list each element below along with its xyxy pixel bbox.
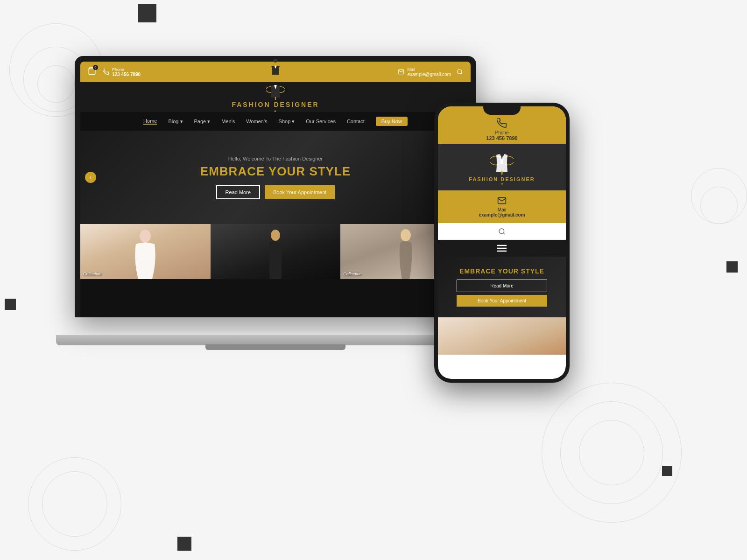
- cart-icon[interactable]: 0: [88, 67, 96, 77]
- deco-circle: [700, 187, 738, 224]
- phone-label: Phone: [112, 67, 141, 72]
- svg-point-4: [458, 70, 462, 74]
- phone-logo-icon: [488, 148, 516, 176]
- deco-square: [726, 261, 738, 273]
- cart-badge: 0: [93, 65, 98, 70]
- svg-line-5: [461, 73, 463, 75]
- phone-search-section: [438, 223, 566, 240]
- laptop-screen-bezel: 0 Phone 123 456 7890: [80, 62, 471, 317]
- hero-read-more-button[interactable]: Read More: [216, 185, 260, 199]
- logo-tuxedo-icon: [264, 81, 287, 100]
- svg-point-8: [271, 230, 280, 241]
- hero-title: EMBRACE YOUR STYLE: [200, 164, 351, 179]
- site-navigation: Home Blog ▾ Page ▾ Men's Women's Shop ▾ …: [80, 112, 471, 131]
- nav-item-womens[interactable]: Women's: [246, 119, 267, 124]
- phone-mail-label: Mail: [498, 207, 506, 212]
- svg-line-13: [503, 233, 505, 234]
- header-phone-area: 0 Phone 123 456 7890: [80, 67, 217, 77]
- search-icon[interactable]: [457, 69, 463, 75]
- phone-hamburger-section: [438, 240, 566, 257]
- phone-phone-label: Phone: [495, 130, 509, 135]
- svg-point-12: [499, 229, 504, 234]
- laptop-base: [56, 335, 495, 345]
- gallery-item-1: Collection: [80, 224, 211, 279]
- phone-device: Phone 123 456 7890 FASHIO: [434, 103, 570, 383]
- gallery-label-1: Collection: [83, 272, 102, 276]
- nav-item-blog[interactable]: Blog ▾: [168, 119, 183, 125]
- deco-circle: [579, 420, 644, 485]
- hero-title-gold: STYLE: [309, 164, 351, 178]
- brand-logo: FASHION DESIGNER ✦: [232, 81, 319, 113]
- man-silhouette: [259, 228, 292, 279]
- laptop-device: 0 Phone 123 456 7890: [75, 56, 481, 345]
- hero-title-white: EMBRACE YOUR: [200, 164, 310, 178]
- phone-gallery-preview: [438, 317, 566, 355]
- phone-number: 123 456 7890: [112, 72, 141, 77]
- svg-point-10: [401, 229, 411, 241]
- deco-circle: [37, 65, 75, 103]
- phone-brand-name: FASHION DESIGNER: [469, 176, 535, 182]
- laptop-foot: [205, 344, 345, 350]
- laptop-website: 0 Phone 123 456 7890: [80, 62, 471, 279]
- phone-search-icon[interactable]: [498, 228, 506, 235]
- gallery-item-2: [211, 224, 341, 279]
- hamburger-icon[interactable]: [497, 245, 507, 252]
- phone-logo-section: FASHION DESIGNER ✦: [438, 144, 566, 190]
- deco-square: [177, 537, 191, 551]
- deco-square: [138, 4, 156, 22]
- phone-hero-gold: STYLE: [521, 267, 544, 275]
- site-hero: ‹ Hello, Welcome To The Fashion Designer…: [80, 131, 471, 224]
- hero-subtitle: Hello, Welcome To The Fashion Designer: [228, 156, 323, 161]
- deco-circle: [42, 471, 107, 537]
- phone-icon: [103, 69, 109, 75]
- svg-rect-9: [269, 242, 282, 279]
- mail-info-wrap: Mail example@gmail.com: [398, 67, 451, 77]
- nav-item-contact[interactable]: Contact: [347, 119, 365, 124]
- phone-hero-title: EMBRACE YOUR STYLE: [459, 267, 544, 275]
- nav-item-mens[interactable]: Men's: [221, 119, 235, 124]
- phone-brand-divider: ✦: [500, 182, 504, 186]
- phone-phone-icon: [497, 118, 507, 128]
- phone-mail-icon: [497, 196, 507, 205]
- phone-mail-section: Mail example@gmail.com: [438, 190, 566, 223]
- deco-circle: [691, 168, 747, 224]
- gallery-label-3: Collection: [343, 272, 362, 276]
- phone-notch: [483, 106, 521, 115]
- mail-icon: [398, 69, 404, 75]
- nav-item-home[interactable]: Home: [143, 118, 157, 125]
- nav-item-page[interactable]: Page ▾: [194, 119, 211, 125]
- site-logo-bar: FASHION DESIGNER ✦: [80, 82, 471, 112]
- hero-buttons: Read More Book Your Appointment: [216, 185, 335, 199]
- site-gallery: Collection: [80, 224, 471, 279]
- mail-label: Mail: [407, 67, 451, 72]
- woman-silhouette: [127, 228, 164, 279]
- deco-circle: [560, 401, 663, 504]
- laptop-body: 0 Phone 123 456 7890: [75, 56, 476, 317]
- phone-info: Phone 123 456 7890: [112, 67, 141, 77]
- deco-circle: [542, 383, 682, 523]
- header-mail-area: Mail example@gmail.com: [334, 67, 471, 77]
- phone-hero: EMBRACE YOUR STYLE Read More Book Your A…: [438, 257, 566, 317]
- phone-phone-number: 123 456 7890: [486, 135, 517, 141]
- phone-brand: FASHION DESIGNER ✦: [469, 148, 535, 186]
- phone-screen: Phone 123 456 7890 FASHIO: [438, 106, 566, 379]
- hero-appointment-button[interactable]: Book Your Appointment: [265, 185, 335, 199]
- nav-buy-now-button[interactable]: Buy Now: [376, 117, 408, 126]
- deco-square: [5, 299, 16, 310]
- phone-mail-address: example@gmail.com: [479, 212, 525, 217]
- deco-circle: [28, 457, 121, 551]
- laptop-camera: [274, 59, 277, 63]
- nav-item-shop[interactable]: Shop ▾: [279, 119, 295, 125]
- site-header-top: 0 Phone 123 456 7890: [80, 62, 471, 82]
- header-logo-inline: [217, 63, 334, 80]
- brand-name-text: FASHION DESIGNER: [232, 101, 319, 108]
- mail-info: Mail example@gmail.com: [407, 67, 451, 77]
- phone-hero-white: EMBRACE YOUR: [459, 267, 521, 275]
- mail-address: example@gmail.com: [407, 72, 451, 77]
- brand-logo-icon: [267, 63, 284, 80]
- hero-prev-button[interactable]: ‹: [85, 172, 96, 183]
- phone-appointment-button[interactable]: Book Your Appointment: [457, 295, 547, 307]
- nav-item-services[interactable]: Our Services: [306, 119, 336, 124]
- deco-square: [662, 466, 672, 476]
- phone-read-more-button[interactable]: Read More: [457, 280, 547, 292]
